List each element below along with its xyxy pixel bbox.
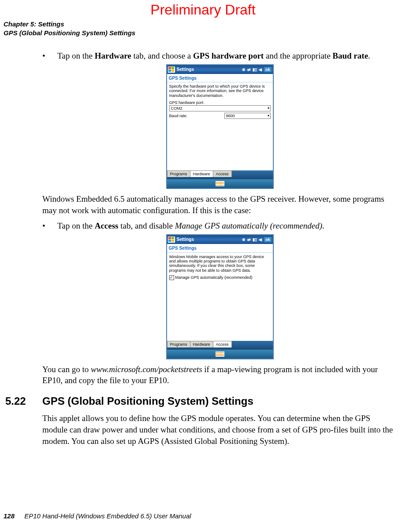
window-title: Settings [177,66,194,73]
svg-rect-5 [171,237,174,239]
keyboard-icon[interactable] [216,351,224,357]
start-icon[interactable] [168,236,175,243]
body-paragraph: This applet allows you to define how the… [42,413,397,447]
page-number: 128 [4,512,15,520]
description-text: Windows Mobile manages access to your GP… [169,255,271,273]
bullet-item: • Tap on the Access tab, and disable Man… [42,220,397,232]
svg-rect-7 [171,240,174,242]
signal-icon[interactable]: ▮▯ [253,67,257,72]
bullet-item: • Tap on the Hardware tab, and choose a … [42,50,397,62]
section-number: 5.22 [0,394,42,408]
tab-hardware[interactable]: Hardware [190,170,213,177]
header-section: GPS (Global Positioning System) Settings [4,29,406,37]
body-paragraph: Windows Embedded 6.5 automatically manag… [42,193,397,216]
tab-bar: Programs Hardware Access [167,170,273,179]
keyboard-icon[interactable] [216,181,224,186]
svg-rect-2 [168,70,171,72]
tab-access[interactable]: Access [213,341,232,347]
checkbox-label: Manage GPS automatically (recommended) [175,275,253,280]
screen-subtitle: GPS Settings [167,74,273,83]
tab-bar: Programs Hardware Access [167,341,273,350]
page-content: • Tap on the Hardware tab, and choose a … [0,37,406,447]
signal-icon[interactable]: ▮▯ [253,237,257,242]
body-paragraph: You can go to www.microsoft.com/pocketst… [42,364,397,386]
description-text: Specify the hardware port to which your … [169,84,271,98]
svg-rect-4 [168,237,171,239]
watermark: Preliminary Draft [0,0,406,20]
baud-select[interactable]: 9600 [224,113,271,119]
window-title: Settings [177,236,194,243]
port-label: GPS hardware port: [169,100,271,105]
bullet-marker: • [42,220,57,232]
volume-icon[interactable]: ◀ [259,237,262,242]
connection-icon[interactable]: ⊕ [242,237,246,242]
page-footer: 128 EP10 Hand-Held (Windows Embedded 6.5… [4,512,191,520]
connection-icon[interactable]: ⊕ [242,67,246,72]
svg-rect-1 [171,67,174,69]
screen-subtitle: GPS Settings [167,244,273,253]
port-select[interactable]: COM2 [169,105,271,111]
manage-gps-checkbox[interactable]: ✓ [169,275,174,280]
bullet-text: Tap on the Access tab, and disable Manag… [57,220,397,232]
tab-access[interactable]: Access [213,170,232,177]
sip-bar [167,350,273,358]
section-heading: 5.22 GPS (Global Positioning System) Set… [42,394,397,408]
bullet-text: Tap on the Hardware tab, and choose a GP… [57,50,397,62]
section-title: GPS (Global Positioning System) Settings [42,394,253,408]
ok-button[interactable]: ok [264,236,272,243]
svg-rect-0 [168,67,171,69]
start-icon[interactable] [168,66,175,73]
ok-button[interactable]: ok [264,66,272,73]
volume-icon[interactable]: ◀ [259,67,262,72]
sync-icon[interactable]: ⇄ [247,237,251,242]
screenshot-hardware-tab: Settings ⊕ ⇄ ▮▯ ◀ ok GPS Settings Specif… [166,64,274,189]
title-bar: Settings ⊕ ⇄ ▮▯ ◀ ok [167,235,273,244]
tab-programs[interactable]: Programs [167,170,190,177]
footer-doc-title: EP10 Hand-Held (Windows Embedded 6.5) Us… [24,512,191,520]
tab-hardware[interactable]: Hardware [190,341,213,347]
title-bar: Settings ⊕ ⇄ ▮▯ ◀ ok [167,65,273,74]
sync-icon[interactable]: ⇄ [247,67,251,72]
baud-label: Baud rate: [169,114,188,118]
page-header: Chapter 5: Settings GPS (Global Position… [0,20,406,37]
screenshot-access-tab: Settings ⊕ ⇄ ▮▯ ◀ ok GPS Settings Window… [166,234,274,359]
sip-bar [167,179,273,188]
bullet-marker: • [42,50,57,62]
tab-programs[interactable]: Programs [167,341,190,347]
svg-rect-3 [171,70,174,72]
svg-rect-6 [168,240,171,242]
header-chapter: Chapter 5: Settings [4,20,406,29]
